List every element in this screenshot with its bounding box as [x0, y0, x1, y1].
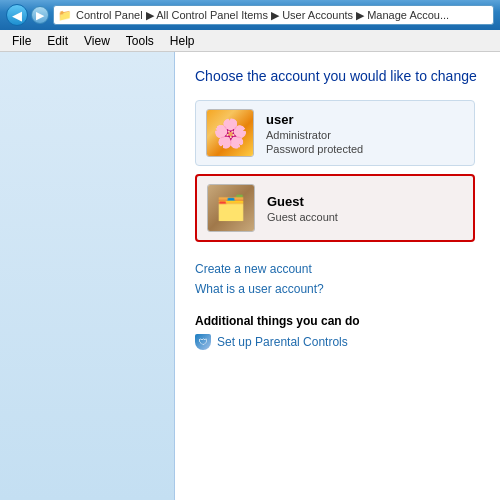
shield-icon: 🛡	[195, 334, 211, 350]
additional-title: Additional things you can do	[195, 314, 480, 328]
menu-view[interactable]: View	[76, 32, 118, 50]
main-area: Choose the account you would like to cha…	[0, 52, 500, 500]
accounts-list: 🌸 user Administrator Password protected …	[195, 100, 475, 242]
page-title: Choose the account you would like to cha…	[195, 68, 480, 84]
avatar-user: 🌸	[206, 109, 254, 157]
account-name-guest: Guest	[267, 194, 338, 209]
nav-buttons: ◀ ▶	[6, 4, 49, 26]
address-bar[interactable]: 📁 Control Panel ▶ All Control Panel Item…	[53, 5, 494, 25]
menu-bar: File Edit View Tools Help	[0, 30, 500, 52]
account-card-guest[interactable]: 🗂️ Guest Guest account	[195, 174, 475, 242]
account-card-user[interactable]: 🌸 user Administrator Password protected	[195, 100, 475, 166]
sunflower-icon: 🌸	[207, 110, 253, 156]
guest-icon: 🗂️	[208, 185, 254, 231]
menu-file[interactable]: File	[4, 32, 39, 50]
links-section: Create a new account What is a user acco…	[195, 262, 480, 296]
back-button[interactable]: ◀	[6, 4, 28, 26]
menu-tools[interactable]: Tools	[118, 32, 162, 50]
account-info-user: user Administrator Password protected	[266, 112, 363, 155]
account-info-guest: Guest Guest account	[267, 194, 338, 223]
account-status-user: Password protected	[266, 143, 363, 155]
menu-edit[interactable]: Edit	[39, 32, 76, 50]
create-account-link[interactable]: Create a new account	[195, 262, 480, 276]
additional-section: Additional things you can do 🛡 Set up Pa…	[195, 314, 480, 350]
avatar-guest: 🗂️	[207, 184, 255, 232]
account-type-guest: Guest account	[267, 211, 338, 223]
parental-controls-link[interactable]: 🛡 Set up Parental Controls	[195, 334, 480, 350]
what-is-account-link[interactable]: What is a user account?	[195, 282, 480, 296]
account-type-user: Administrator	[266, 129, 363, 141]
content-panel: Choose the account you would like to cha…	[175, 52, 500, 500]
account-name-user: user	[266, 112, 363, 127]
forward-button[interactable]: ▶	[31, 6, 49, 24]
left-nav-panel	[0, 52, 175, 500]
address-text: Control Panel ▶ All Control Panel Items …	[76, 9, 449, 22]
address-bar-icon: 📁	[58, 9, 72, 22]
parental-controls-label: Set up Parental Controls	[217, 335, 348, 349]
title-bar: ◀ ▶ 📁 Control Panel ▶ All Control Panel …	[0, 0, 500, 30]
menu-help[interactable]: Help	[162, 32, 203, 50]
